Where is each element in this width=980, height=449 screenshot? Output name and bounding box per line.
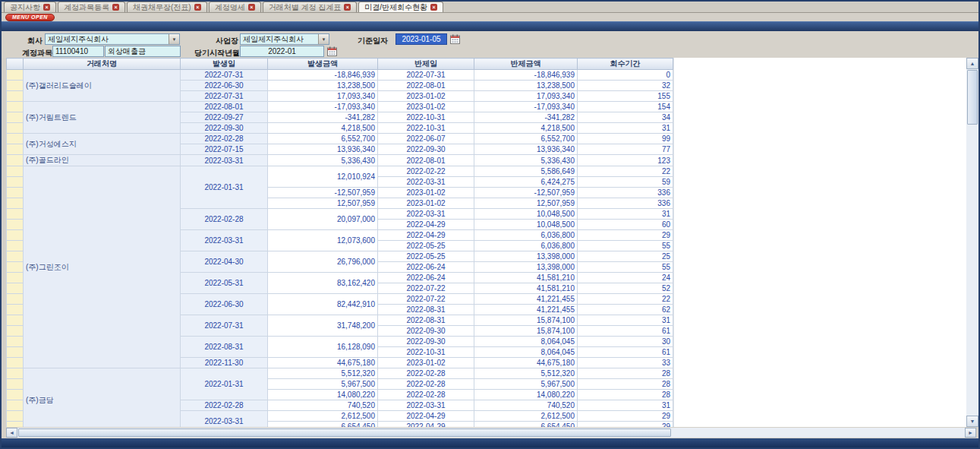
grid-row[interactable]: (주)그린조이2022-01-3112,010,9242022-02-225,5… — [7, 166, 673, 177]
base-date-input[interactable]: 2023-01-05 — [395, 33, 447, 45]
row-indicator[interactable] — [7, 326, 24, 337]
row-indicator[interactable] — [7, 230, 24, 241]
settle-amount-cell: 41,221,455 — [474, 305, 578, 315]
grid-row[interactable]: (주)거성에스지2022-02-286,552,7002022-06-076,5… — [7, 134, 673, 144]
row-indicator[interactable] — [7, 91, 24, 102]
occur-date-cell: 2022-07-31 — [181, 70, 268, 81]
occur-amount-cell: 5,336,430 — [268, 155, 378, 166]
tab-close-icon[interactable]: × — [248, 4, 255, 11]
settle-date-cell: 2022-08-01 — [378, 81, 474, 91]
row-indicator[interactable] — [7, 422, 24, 428]
tab-close-icon[interactable]: × — [112, 4, 119, 11]
row-indicator[interactable] — [7, 188, 24, 198]
row-indicator[interactable] — [7, 358, 24, 368]
collect-days-cell: 22 — [578, 294, 673, 305]
period-label: 당기시작년월 — [194, 48, 240, 58]
indicator-column-header — [7, 58, 24, 70]
vertical-scrollbar[interactable]: ▲ ▼ — [966, 58, 978, 427]
scroll-up-button[interactable]: ▲ — [966, 58, 978, 69]
tab-close-icon[interactable]: × — [43, 4, 50, 11]
tab-label: 공지사항 — [10, 2, 40, 13]
chevron-down-icon[interactable]: ▼ — [169, 34, 179, 44]
column-header-settle-date[interactable]: 반제일 — [378, 58, 474, 70]
scroll-down-button[interactable]: ▼ — [966, 416, 978, 427]
column-header-settle-amount[interactable]: 반제금액 — [474, 58, 578, 70]
row-indicator[interactable] — [7, 251, 24, 262]
row-indicator[interactable] — [7, 379, 24, 390]
horizontal-scrollbar[interactable]: ◄ ► — [6, 428, 976, 438]
tab-item[interactable]: 계정과목등록× — [58, 2, 125, 12]
row-indicator[interactable] — [7, 220, 24, 230]
row-indicator[interactable] — [7, 134, 24, 144]
tab-close-icon[interactable]: × — [344, 4, 351, 11]
tab-close-icon[interactable]: × — [194, 4, 201, 11]
grid-row[interactable]: (주)갤러리드슬레이2022-07-31-18,846,9392022-07-3… — [7, 70, 673, 81]
calendar-icon[interactable] — [326, 46, 338, 57]
scroll-left-button[interactable]: ◄ — [6, 428, 17, 438]
scrollbar-track[interactable] — [672, 428, 965, 438]
tab-close-icon[interactable]: × — [430, 4, 437, 11]
row-indicator[interactable] — [7, 294, 24, 305]
column-header-collect-days[interactable]: 회수기간 — [578, 58, 673, 70]
row-indicator[interactable] — [7, 209, 24, 220]
column-header-occur-amount[interactable]: 발생금액 — [268, 58, 378, 70]
row-indicator[interactable] — [7, 347, 24, 358]
column-header-customer[interactable]: 거래처명 — [24, 58, 181, 70]
row-indicator[interactable] — [7, 166, 24, 177]
row-indicator[interactable] — [7, 155, 24, 166]
row-indicator[interactable] — [7, 283, 24, 294]
settle-amount-cell: 14,080,220 — [474, 390, 578, 400]
account-code-input[interactable]: 11100410 — [52, 46, 104, 57]
collect-days-cell: 61 — [578, 347, 673, 358]
top-toolbar — [2, 21, 978, 31]
row-indicator[interactable] — [7, 368, 24, 379]
row-indicator[interactable] — [7, 198, 24, 209]
menu-open-button[interactable]: MENU OPEN — [5, 14, 55, 21]
tab-item[interactable]: 계정명세× — [209, 2, 261, 12]
vertical-scrollbar-thumb[interactable] — [967, 70, 978, 125]
settle-date-cell: 2022-10-31 — [378, 112, 474, 123]
grid-row[interactable]: (주)거림트렌드2022-08-01-17,093,3402023-01-02-… — [7, 102, 673, 112]
account-name-input[interactable]: 외상매출금 — [105, 46, 181, 57]
row-indicator[interactable] — [7, 400, 24, 411]
row-indicator[interactable] — [7, 144, 24, 155]
tab-item[interactable]: 채권채무장(전표)× — [127, 2, 207, 12]
grid-row[interactable]: (주)골드라인2022-03-315,336,4302022-08-015,33… — [7, 155, 673, 166]
row-indicator[interactable] — [7, 177, 24, 188]
row-indicator[interactable] — [7, 315, 24, 326]
row-indicator[interactable] — [7, 102, 24, 112]
collect-days-cell: 28 — [578, 379, 673, 390]
tab-item[interactable]: 거래처별 계정 집계표× — [263, 2, 358, 12]
row-indicator[interactable] — [7, 123, 24, 134]
customer-name-cell: (주)거림트렌드 — [24, 102, 181, 134]
row-indicator[interactable] — [7, 112, 24, 123]
company-select[interactable]: 제일제지주식회사 ▼ — [45, 33, 180, 45]
column-header-occur-date[interactable]: 발생일 — [181, 58, 268, 70]
period-input[interactable]: 2022-01 — [240, 46, 324, 57]
customer-name-cell: (주)골드라인 — [24, 155, 181, 166]
row-indicator[interactable] — [7, 337, 24, 347]
scroll-right-button[interactable]: ► — [965, 428, 976, 438]
row-indicator[interactable] — [7, 262, 24, 273]
tab-item[interactable]: 공지사항× — [4, 2, 56, 12]
row-indicator[interactable] — [7, 241, 24, 251]
collect-days-cell: 31 — [578, 400, 673, 411]
settle-amount-cell: 15,874,100 — [474, 326, 578, 337]
row-indicator[interactable] — [7, 305, 24, 315]
settle-date-cell: 2022-02-28 — [378, 390, 474, 400]
row-indicator[interactable] — [7, 390, 24, 400]
scrollbar-track[interactable] — [966, 125, 978, 416]
settle-amount-cell: 4,218,500 — [474, 123, 578, 134]
row-indicator[interactable] — [7, 411, 24, 422]
grid-row[interactable]: (주)금담2022-01-315,512,3202022-02-285,512,… — [7, 368, 673, 379]
horizontal-scrollbar-thumb[interactable] — [18, 428, 671, 437]
row-indicator[interactable] — [7, 70, 24, 81]
row-indicator[interactable] — [7, 273, 24, 283]
collect-days-cell: 31 — [578, 123, 673, 134]
settle-amount-cell: -17,093,340 — [474, 102, 578, 112]
site-select[interactable]: 제일제지주식회사 ▼ — [240, 33, 329, 45]
tab-active[interactable]: 미결/반제회수현황× — [358, 2, 443, 12]
chevron-down-icon[interactable]: ▼ — [318, 34, 329, 44]
row-indicator[interactable] — [7, 81, 24, 91]
calendar-icon[interactable] — [449, 33, 461, 45]
